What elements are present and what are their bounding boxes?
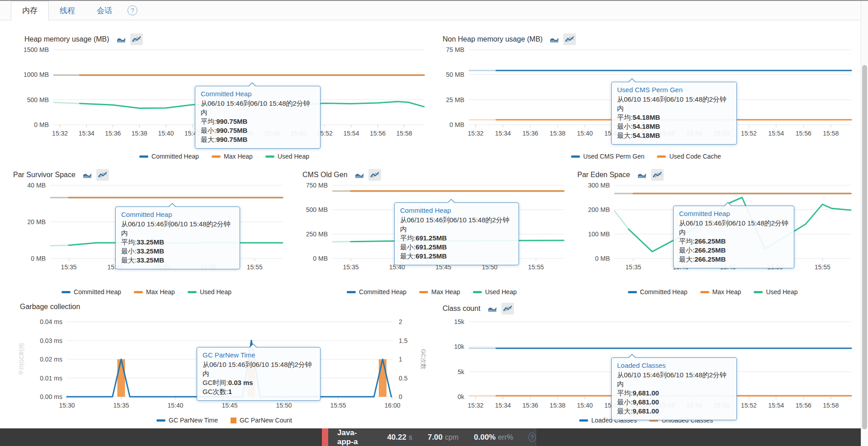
line-chart-icon-button[interactable] (501, 303, 514, 315)
svg-text:1: 1 (399, 356, 402, 363)
legend-item[interactable]: Committed Heap (628, 288, 688, 296)
legend-label: Max Heap (712, 288, 741, 296)
svg-text:15:58: 15:58 (823, 402, 839, 409)
svg-text:0 MB: 0 MB (313, 255, 328, 262)
svg-text:0 MB: 0 MB (31, 255, 46, 262)
tooltip-series-name: Committed Heap (400, 206, 513, 215)
area-chart-icon (488, 305, 497, 312)
tab-threads[interactable]: 线程 (49, 1, 86, 20)
tooltip-stat: 平均:54.18MB (617, 113, 731, 122)
area-chart-icon (355, 171, 364, 178)
svg-text:15:38: 15:38 (550, 402, 566, 409)
chart-card-cmsoldgen: CMS Old Gen750 MB500 MB250 MB0 MB15:3515… (296, 168, 567, 300)
tooltip-stat: 平均:691.25MB (400, 234, 513, 243)
chart-tooltip: Committed Heap从06/10 15:46到06/10 15:48的2… (394, 202, 519, 265)
svg-text:15:34: 15:34 (79, 130, 94, 137)
svg-text:100 MB: 100 MB (588, 230, 610, 238)
legend-item[interactable]: GC ParNew Time (156, 417, 218, 424)
tab-memory[interactable]: 内存 (11, 1, 49, 20)
svg-text:500 MB: 500 MB (306, 206, 328, 213)
tooltip-stat: 最大:691.25MB (400, 252, 513, 261)
throughput-unit: cpm (445, 433, 458, 441)
legend-item[interactable]: Used CMS Perm Gen (571, 153, 644, 160)
svg-text:0.02 ms: 0.02 ms (40, 356, 62, 363)
bar-GC ParNew Count[interactable] (118, 359, 125, 397)
svg-text:0 MB: 0 MB (595, 255, 610, 262)
legend-item[interactable]: Committed Heap (139, 153, 199, 160)
line-chart-icon-button[interactable] (130, 33, 143, 45)
area-chart-icon-button[interactable] (548, 33, 561, 45)
chart-tooltip: Used CMS Perm Gen从06/10 15:46到06/10 15:4… (611, 82, 737, 145)
svg-text:15:45: 15:45 (222, 402, 237, 409)
svg-text:15:58: 15:58 (396, 130, 412, 137)
tooltip-series-name: Committed Heap (121, 210, 234, 219)
legend-swatch (700, 291, 709, 293)
line-chart-icon (565, 36, 574, 43)
legend-item[interactable]: Max Heap (419, 288, 460, 296)
line-chart-icon-button[interactable] (563, 33, 576, 45)
svg-text:10k: 10k (454, 343, 465, 350)
tooltip-caret-fill (629, 355, 635, 358)
status-help-icon[interactable]: ? (528, 432, 536, 442)
app-name[interactable]: Java-app-a (337, 428, 366, 446)
bar-GC ParNew Count[interactable] (379, 359, 387, 397)
chart-card-gc: Garbage collection0.04 ms0.03 ms0.02 ms0… (14, 302, 435, 428)
chart-header: Par Survivor Space (13, 169, 109, 181)
status-bar-divider (536, 428, 536, 446)
tooltip-period: 从06/10 15:46到06/10 15:48的2分钟内 (617, 371, 731, 389)
area-chart-icon-button[interactable] (486, 303, 499, 315)
tooltip-caret-fill (249, 83, 255, 86)
area-chart-icon-button[interactable] (636, 169, 648, 181)
legend-item[interactable]: Committed Heap (61, 288, 121, 296)
legend-label: GC ParNew Count (240, 417, 292, 424)
help-icon[interactable]: ? (127, 5, 137, 15)
svg-text:平均GC时间: 平均GC时间 (18, 343, 25, 376)
svg-text:15:40: 15:40 (158, 130, 174, 137)
svg-text:500 MB: 500 MB (27, 96, 49, 103)
svg-text:20 MB: 20 MB (28, 218, 46, 225)
legend-item[interactable]: Committed Heap (347, 288, 406, 296)
legend-item[interactable]: Max Heap (134, 288, 175, 296)
line-chart-icon-button[interactable] (651, 169, 664, 181)
chart-card-survivor: Par Survivor Space40 MB20 MB0 MB15:3515:… (7, 168, 286, 300)
legend-item[interactable]: Used Heap (473, 288, 517, 296)
area-chart-icon-button[interactable] (115, 33, 127, 45)
legend-item[interactable]: Max Heap (212, 153, 253, 160)
area-chart-icon-button[interactable] (353, 169, 366, 181)
legend-item[interactable]: Used Heap (188, 288, 231, 296)
tab-bar: 内存 线程 会话 ? (0, 1, 861, 20)
legend-label: Max Heap (146, 288, 175, 296)
chart-header: Garbage collection (20, 303, 83, 311)
legend-item[interactable]: GC ParNew Count (231, 417, 292, 424)
legend-item[interactable]: Used Code Cache (657, 153, 721, 160)
status-health-indicator (322, 428, 328, 446)
tooltip-caret-fill (629, 79, 635, 82)
window-top-edge (0, 0, 868, 1)
area-chart-icon-button[interactable] (81, 169, 94, 181)
line-chart-icon (503, 305, 512, 312)
legend-swatch (347, 291, 356, 293)
page-scrollbar[interactable] (861, 1, 868, 446)
chart-title: Garbage collection (20, 303, 80, 311)
legend-item[interactable]: Used Heap (754, 288, 797, 296)
legend-label: Committed Heap (640, 288, 688, 296)
line-chart-icon-button[interactable] (368, 169, 381, 181)
tooltip-stat: 最小:990.75MB (201, 126, 315, 135)
error-rate-metric: 0.00%err% (474, 433, 513, 442)
legend-item[interactable]: Max Heap (700, 288, 741, 296)
svg-text:1500 MB: 1500 MB (24, 46, 49, 53)
scrollbar-thumb[interactable] (862, 65, 867, 429)
area-chart-icon (550, 36, 559, 43)
tab-sessions[interactable]: 会话 (86, 1, 123, 20)
svg-text:15k: 15k (454, 318, 465, 325)
line-chart-icon (370, 171, 379, 178)
legend-swatch (212, 155, 221, 158)
tooltip-stat: 最大:33.25MB (121, 256, 234, 265)
svg-text:75 MB: 75 MB (446, 46, 464, 53)
legend-item[interactable]: Used Heap (265, 153, 309, 160)
tooltip-caret-fill (250, 344, 256, 347)
svg-text:0k: 0k (458, 393, 465, 400)
status-bar: Java-app-a 40.22s 7.00cpm 0.00%err% ? (0, 428, 868, 446)
chart-legend: Committed HeapMax HeapUsed Heap (18, 153, 430, 160)
line-chart-icon-button[interactable] (96, 169, 109, 181)
